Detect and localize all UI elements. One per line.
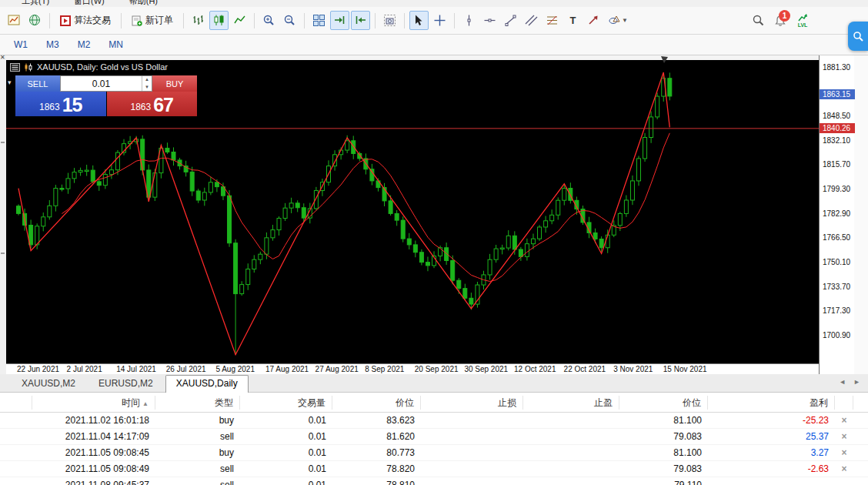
date-axis-label: 20 Sep 2021 bbox=[415, 365, 459, 373]
new-order-button[interactable]: 新订单 bbox=[126, 11, 179, 30]
tab-xauusd-daily[interactable]: XAUUSD,Daily bbox=[165, 375, 249, 393]
price-axis-label: 1700.90 bbox=[823, 331, 850, 340]
price-axis[interactable]: 1863.15 1840.26 1881.301848.501832.10181… bbox=[819, 55, 854, 374]
tabs-scroll-left-icon[interactable]: ◄ bbox=[839, 378, 846, 386]
auto-scroll-icon[interactable] bbox=[330, 11, 349, 30]
timeframe-m2[interactable]: M2 bbox=[70, 36, 98, 53]
tabs-scroll-right-icon[interactable]: ► bbox=[853, 378, 860, 386]
sell-price-display[interactable]: 1863 15 bbox=[15, 92, 106, 116]
chart-main: XAUUSD, Daily: Gold vs US Dollar ▾ SELL … bbox=[6, 55, 819, 374]
spin-up-icon[interactable]: ▲ bbox=[142, 76, 152, 84]
table-row[interactable]: 2021.11.02 16:01:18 buy 0.01 83.623 81.1… bbox=[0, 413, 868, 429]
notifications-bell-icon[interactable]: 1 bbox=[770, 11, 791, 30]
screenshot-icon[interactable] bbox=[380, 11, 399, 30]
crosshair-tool-icon[interactable] bbox=[430, 11, 449, 30]
close-position-icon[interactable]: × bbox=[835, 463, 853, 474]
profiles-icon[interactable] bbox=[25, 11, 45, 30]
header-close-price[interactable]: 价位 bbox=[619, 396, 708, 410]
header-take-profit[interactable]: 止盈 bbox=[523, 396, 619, 410]
timeframe-m3[interactable]: M3 bbox=[38, 36, 67, 53]
volume-input[interactable] bbox=[61, 76, 142, 91]
cell-profit: 25.37 bbox=[708, 431, 835, 442]
text-tool-icon[interactable]: T bbox=[563, 11, 583, 30]
cell-volume: 0.01 bbox=[240, 480, 332, 485]
timeframe-w1[interactable]: W1 bbox=[6, 36, 35, 53]
vertical-line-tool-icon[interactable] bbox=[459, 11, 479, 30]
horizontal-line-tool-icon[interactable] bbox=[480, 11, 499, 30]
menu-bar: 工具(T) 窗口(W) 帮助(H) bbox=[0, 0, 868, 7]
close-icon[interactable]: ✕ bbox=[0, 54, 5, 61]
new-chart-icon[interactable] bbox=[5, 11, 24, 30]
floating-search-widget[interactable] bbox=[848, 22, 868, 51]
price-axis-label: 1750.10 bbox=[823, 258, 850, 267]
cell-type: sell bbox=[155, 431, 240, 442]
dock-grip[interactable] bbox=[1, 253, 5, 254]
arrow-annotation-icon[interactable] bbox=[660, 55, 668, 63]
menu-tools[interactable]: 工具(T) bbox=[22, 0, 49, 7]
trendline-tool-icon[interactable] bbox=[501, 11, 520, 30]
shapes-tool-icon[interactable]: ▼ bbox=[605, 11, 631, 30]
dock-grip[interactable] bbox=[1, 142, 5, 143]
zoom-out-icon[interactable] bbox=[280, 11, 299, 30]
menu-help[interactable]: 帮助(H) bbox=[129, 0, 158, 7]
date-axis[interactable]: 22 Jun 20212 Jul 202114 Jul 202126 Jul 2… bbox=[6, 363, 819, 374]
menu-window[interactable]: 窗口(W) bbox=[74, 0, 105, 7]
table-row[interactable]: 2021.11.05 09:08:49 sell 0.01 78.820 79.… bbox=[0, 461, 868, 477]
header-time[interactable]: 时间▲ bbox=[32, 396, 155, 410]
cursor-tool-icon[interactable] bbox=[409, 11, 429, 30]
buy-price-display[interactable]: 1863 67 bbox=[107, 92, 198, 116]
right-strip bbox=[854, 55, 868, 374]
toolbar-separator bbox=[183, 13, 184, 28]
date-axis-label: 3 Nov 2021 bbox=[613, 365, 653, 373]
line-chart-type-icon[interactable] bbox=[230, 11, 249, 30]
date-axis-label: 2 Jul 2021 bbox=[67, 365, 102, 373]
chevron-down-icon: ▼ bbox=[622, 17, 628, 24]
chart-menu-icon[interactable] bbox=[10, 63, 20, 72]
header-type[interactable]: 类型 bbox=[155, 396, 240, 410]
timeframe-toolbar: W1 M3 M2 MN bbox=[0, 35, 868, 55]
table-row[interactable]: 2021.11.05 09:08:45 buy 0.01 80.773 81.1… bbox=[0, 445, 868, 461]
cell-type: buy bbox=[155, 447, 240, 458]
header-stop-loss[interactable]: 止损 bbox=[421, 396, 523, 410]
arrow-object-tool-icon[interactable] bbox=[584, 11, 603, 30]
table-row[interactable]: 2021.11.08 09:45:37 sell 0.01 78.810 79.… bbox=[0, 477, 868, 485]
candlestick-chart-type-icon[interactable] bbox=[209, 11, 229, 30]
price-axis-label: 1717.30 bbox=[823, 306, 850, 316]
chart-canvas[interactable]: XAUUSD, Daily: Gold vs US Dollar ▾ SELL … bbox=[6, 60, 819, 363]
chart-shift-icon[interactable] bbox=[351, 11, 370, 30]
tile-windows-icon[interactable] bbox=[309, 11, 329, 30]
date-axis-label: 12 Oct 2021 bbox=[514, 365, 556, 373]
close-position-icon[interactable]: × bbox=[835, 415, 853, 426]
close-position-icon[interactable]: × bbox=[835, 431, 853, 442]
header-volume[interactable]: 交易量 bbox=[240, 396, 332, 410]
fibonacci-tool-icon[interactable] bbox=[542, 11, 562, 30]
zoom-in-icon[interactable] bbox=[259, 11, 279, 30]
buy-button[interactable]: BUY bbox=[152, 75, 197, 92]
cell-time: 2021.11.05 09:08:49 bbox=[32, 463, 155, 474]
header-profit[interactable]: 盈利 bbox=[708, 396, 835, 410]
timeframe-mn[interactable]: MN bbox=[101, 36, 131, 53]
search-icon[interactable] bbox=[749, 11, 768, 30]
chart-tabs-bar: XAUUSD,M2 EURUSD,M2 XAUUSD,Daily ◄ ► bbox=[0, 374, 868, 393]
channel-tool-icon[interactable] bbox=[522, 11, 541, 30]
spin-down-icon[interactable]: ▼ bbox=[142, 84, 152, 92]
tab-eurusd-m2[interactable]: EURUSD,M2 bbox=[88, 375, 164, 392]
date-axis-label: 26 Jul 2021 bbox=[166, 365, 206, 373]
left-dock-strip[interactable]: ✕ bbox=[0, 55, 6, 374]
panel-collapse-icon[interactable]: ▾ bbox=[8, 79, 12, 86]
sell-button[interactable]: SELL bbox=[15, 75, 60, 92]
one-click-trading-panel: ▾ SELL ▲▼ BUY 1863 15 bbox=[15, 75, 197, 116]
lvl-indicator-icon[interactable]: LVL bbox=[793, 11, 813, 30]
algo-trading-button[interactable]: 算法交易 bbox=[55, 11, 116, 30]
chart-top-strip bbox=[6, 55, 819, 60]
table-row[interactable]: 2021.11.04 14:17:09 sell 0.01 81.620 79.… bbox=[0, 429, 868, 445]
cell-close-price: 81.100 bbox=[619, 447, 708, 458]
header-price[interactable]: 价位 bbox=[332, 396, 421, 410]
chart-region: ✕ XAUUSD, Daily: Gold vs US Dollar ▾ SEL bbox=[0, 55, 868, 374]
tab-xauusd-m2[interactable]: XAUUSD,M2 bbox=[11, 375, 86, 392]
volume-stepper[interactable]: ▲▼ bbox=[142, 76, 152, 91]
sort-asc-icon: ▲ bbox=[142, 400, 149, 407]
close-position-icon[interactable]: × bbox=[835, 447, 853, 458]
cell-price: 80.773 bbox=[332, 447, 421, 458]
bar-chart-type-icon[interactable] bbox=[189, 11, 208, 30]
